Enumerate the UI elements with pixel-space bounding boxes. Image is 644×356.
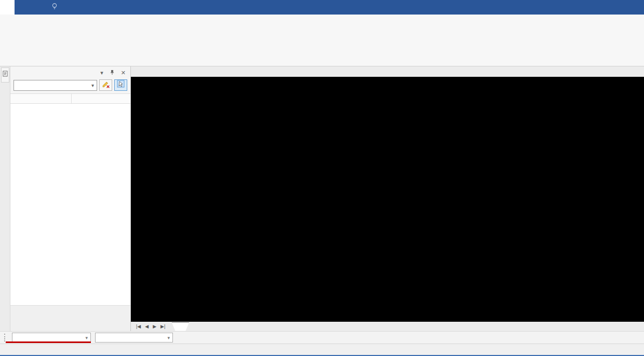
sidebar-tab-parts-library[interactable] — [1, 67, 9, 83]
column-name — [10, 94, 72, 103]
svg-text:✕: ✕ — [106, 84, 110, 89]
panel-footer — [10, 305, 130, 331]
tab-3d-interface[interactable] — [0, 0, 15, 15]
prev-sheet-icon[interactable]: ◀ — [143, 324, 151, 329]
lightbulb-icon — [51, 3, 58, 12]
info-scope-dropdown[interactable]: ▾ — [14, 80, 97, 91]
chevron-down-icon: ▾ — [85, 335, 88, 340]
menu-bar — [0, 0, 644, 15]
close-icon[interactable]: ✕ — [119, 70, 127, 76]
cursor-select-icon — [117, 80, 125, 90]
work-area: |◀ ◀ ▶ ▶| — [131, 66, 644, 331]
chevron-down-icon: ▾ — [167, 335, 170, 340]
drawing-canvas[interactable] — [131, 77, 644, 322]
ribbon — [0, 15, 644, 66]
chevron-down-icon[interactable]: ▾ — [99, 70, 105, 76]
pencil-delete-icon: ✕ — [102, 80, 110, 90]
select-entity-button[interactable] — [114, 79, 127, 91]
annotation-red-underline — [6, 341, 91, 343]
first-sheet-icon[interactable]: |◀ — [134, 324, 143, 329]
properties-toolbar: ▾ ✕ — [10, 79, 130, 93]
status-bar — [0, 344, 644, 356]
properties-panel-header: ▾ ✕ — [10, 66, 130, 79]
sheet-tab-model[interactable] — [171, 322, 189, 331]
command-search[interactable] — [51, 0, 62, 15]
application-window: ▾ ✕ ▾ ✕ — [0, 0, 644, 356]
option2-dropdown[interactable]: ▾ — [95, 333, 173, 343]
library-icon — [2, 70, 8, 79]
next-sheet-icon[interactable]: ▶ — [151, 324, 158, 329]
property-grid-header — [10, 93, 130, 104]
command-options-bar: ▾ ▾ — [0, 331, 644, 344]
chevron-down-icon: ▾ — [91, 83, 94, 88]
property-grid — [10, 104, 130, 305]
pin-icon[interactable] — [108, 70, 116, 76]
last-sheet-icon[interactable]: ▶| — [158, 324, 167, 329]
sheet-tab-bar: |◀ ◀ ▶ ▶| — [131, 322, 644, 331]
document-tab-bar — [131, 66, 644, 77]
properties-panel: ▾ ✕ ▾ ✕ — [10, 66, 131, 331]
clear-attributes-button[interactable]: ✕ — [99, 79, 112, 91]
side-strip — [0, 66, 10, 331]
drag-handle[interactable] — [4, 334, 6, 341]
